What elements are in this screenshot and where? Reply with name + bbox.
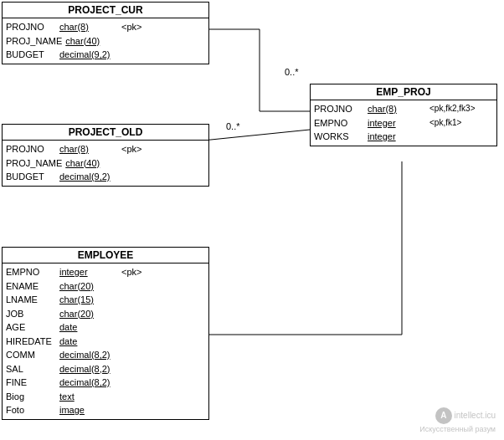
table-row: WORKS integer	[314, 130, 493, 144]
table-row: SAL decimal(8,2)	[6, 362, 205, 376]
col-type: char(8)	[59, 20, 118, 34]
col-pk: <pk,fk2,fk3>	[429, 102, 475, 116]
table-emp-proj-title: EMP_PROJ	[311, 84, 496, 100]
table-project-old-body: PROJNO char(8) <pk> PROJ_NAME char(40) B…	[3, 141, 208, 186]
table-project-cur-title: PROJECT_CUR	[3, 3, 208, 18]
col-type: char(20)	[59, 307, 118, 321]
table-employee-body: EMPNO integer <pk> ENAME char(20) LNAME …	[3, 263, 208, 419]
table-project-cur-body: PROJNO char(8) <pk> PROJ_NAME char(40) B…	[3, 18, 208, 64]
col-name: BUDGET	[6, 170, 56, 184]
table-row: HIREDATE date	[6, 335, 205, 349]
table-row: ENAME char(20)	[6, 279, 205, 294]
col-type: date	[59, 320, 118, 335]
col-name: HIREDATE	[6, 335, 56, 349]
watermark-subtext: Искусственный разум	[419, 425, 496, 433]
table-project-old: PROJECT_OLD PROJNO char(8) <pk> PROJ_NAM…	[2, 124, 209, 187]
table-row: AGE date	[6, 320, 205, 335]
table-row: FINE decimal(8,2)	[6, 376, 205, 390]
col-pk: <pk>	[121, 20, 141, 34]
col-pk: <pk>	[121, 265, 141, 279]
table-row: JOB char(20)	[6, 307, 205, 321]
col-type: char(15)	[59, 293, 118, 307]
col-type: integer	[368, 116, 426, 130]
col-type: char(8)	[368, 102, 426, 116]
watermark: A intellect.icu Искусственный разум	[419, 407, 496, 433]
table-row: EMPNO integer <pk>	[6, 265, 205, 279]
col-type: char(40)	[65, 34, 124, 49]
zero-many-label-top: 0..*	[285, 67, 299, 77]
col-name: WORKS	[314, 130, 364, 144]
col-pk: <pk,fk1>	[429, 116, 461, 130]
table-row: Foto image	[6, 403, 205, 417]
table-row: PROJNO char(8) <pk>	[6, 20, 205, 34]
col-name: PROJNO	[6, 142, 56, 156]
col-pk: <pk>	[121, 142, 141, 156]
col-type: text	[59, 390, 118, 404]
table-row: PROJ_NAME char(40)	[6, 156, 205, 171]
table-row: Biog text	[6, 390, 205, 404]
table-emp-proj-body: PROJNO char(8) <pk,fk2,fk3> EMPNO intege…	[311, 100, 496, 146]
col-type: decimal(8,2)	[59, 376, 118, 390]
col-type: decimal(8,2)	[59, 362, 118, 376]
col-name: Biog	[6, 390, 56, 404]
col-type: integer	[368, 130, 426, 144]
table-project-cur: PROJECT_CUR PROJNO char(8) <pk> PROJ_NAM…	[2, 2, 209, 64]
watermark-logo: A	[435, 407, 452, 424]
col-type: char(20)	[59, 279, 118, 294]
table-row: COMM decimal(8,2)	[6, 348, 205, 362]
zero-many-label-middle: 0..*	[226, 121, 240, 131]
table-row: PROJNO char(8) <pk,fk2,fk3>	[314, 102, 493, 116]
col-type: decimal(9,2)	[59, 170, 118, 184]
col-name: EMPNO	[314, 116, 364, 130]
table-employee: EMPLOYEE EMPNO integer <pk> ENAME char(2…	[2, 247, 209, 420]
table-row: BUDGET decimal(9,2)	[6, 48, 205, 62]
col-name: EMPNO	[6, 265, 56, 279]
col-name: BUDGET	[6, 48, 56, 62]
col-name: PROJ_NAME	[6, 34, 62, 49]
table-employee-title: EMPLOYEE	[3, 248, 208, 263]
table-emp-proj: EMP_PROJ PROJNO char(8) <pk,fk2,fk3> EMP…	[310, 84, 497, 146]
table-row: LNAME char(15)	[6, 293, 205, 307]
col-type: date	[59, 335, 118, 349]
col-type: decimal(8,2)	[59, 348, 118, 362]
col-type: image	[59, 403, 118, 417]
col-name: PROJNO	[314, 102, 364, 116]
table-row: PROJNO char(8) <pk>	[6, 142, 205, 156]
table-project-old-title: PROJECT_OLD	[3, 125, 208, 141]
col-type: char(8)	[59, 142, 118, 156]
col-name: SAL	[6, 362, 56, 376]
watermark-text: intellect.icu	[455, 411, 496, 420]
col-type: char(40)	[65, 156, 124, 171]
col-name: PROJNO	[6, 20, 56, 34]
col-type: decimal(9,2)	[59, 48, 118, 62]
col-name: Foto	[6, 403, 56, 417]
col-name: FINE	[6, 376, 56, 390]
col-name: COMM	[6, 348, 56, 362]
col-name: LNAME	[6, 293, 56, 307]
table-row: BUDGET decimal(9,2)	[6, 170, 205, 184]
col-type: integer	[59, 265, 118, 279]
diagram-container: 0..* 0..* PROJECT_CUR PROJNO char(8) <pk…	[0, 0, 504, 440]
table-row: PROJ_NAME char(40)	[6, 34, 205, 49]
col-name: PROJ_NAME	[6, 156, 62, 171]
table-row: EMPNO integer <pk,fk1>	[314, 116, 493, 130]
col-name: AGE	[6, 320, 56, 335]
col-name: JOB	[6, 307, 56, 321]
col-name: ENAME	[6, 279, 56, 294]
